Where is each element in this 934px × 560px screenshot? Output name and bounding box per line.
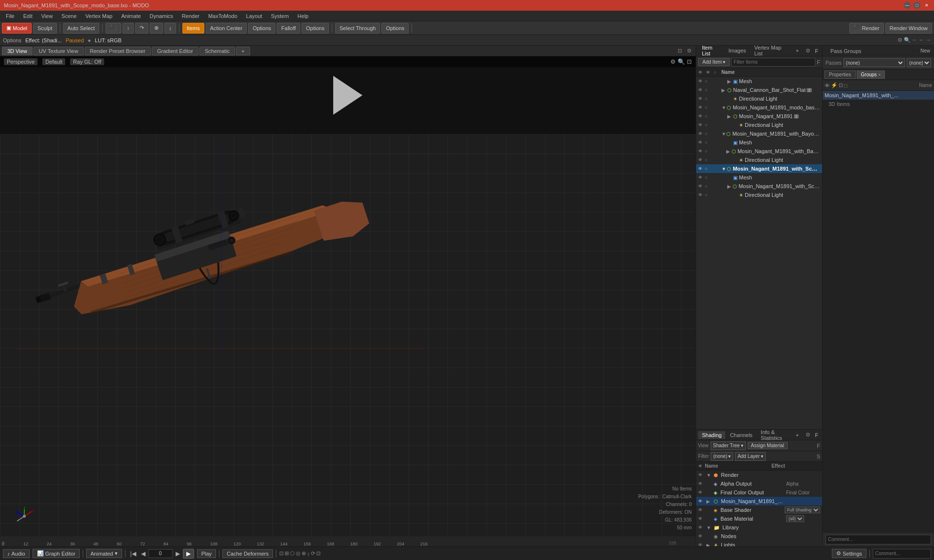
vis5[interactable]: 👁: [698, 96, 705, 101]
menu-scene[interactable]: Scene: [57, 12, 80, 20]
btn-next-frame[interactable]: ▶: [174, 549, 182, 558]
vp-perspective-label[interactable]: Perspective: [4, 58, 37, 65]
vis18[interactable]: ○: [705, 149, 712, 154]
render-window-button[interactable]: Render Window: [885, 23, 932, 34]
sh-item-base-material[interactable]: 👁 ◈ Base Material (all): [696, 514, 822, 523]
menu-dynamics[interactable]: Dynamics: [146, 12, 177, 20]
menu-vertex-map[interactable]: Vertex Map: [82, 12, 117, 20]
sh-vis-mosin[interactable]: 👁: [698, 499, 705, 504]
vis6[interactable]: ○: [705, 96, 712, 101]
vis11[interactable]: 👁: [698, 122, 705, 127]
tab-gradient[interactable]: Gradient Editor: [152, 47, 198, 55]
tree-item-bayonet-mesh[interactable]: 👁 ○ ▣ Mesh: [696, 138, 822, 147]
menu-help[interactable]: Help: [294, 12, 313, 20]
arrow-base[interactable]: ▼: [721, 105, 727, 110]
transport-icon5[interactable]: ⊕: [302, 550, 306, 557]
sh-vis-bs[interactable]: 👁: [698, 508, 705, 512]
vis7[interactable]: 👁: [698, 105, 705, 110]
vp-default-label[interactable]: Default: [42, 58, 65, 65]
tab-channels[interactable]: Channels: [726, 431, 756, 439]
transport-icon2[interactable]: ⊞: [285, 550, 289, 557]
vis24[interactable]: ○: [705, 175, 712, 180]
arrow-naval[interactable]: ▶: [721, 88, 727, 93]
play-label-button[interactable]: Play: [197, 549, 216, 558]
vis3[interactable]: 👁: [698, 88, 705, 92]
vp-settings-icon[interactable]: ⚙: [685, 48, 694, 54]
arrow-bi[interactable]: ▶: [726, 149, 731, 154]
sculpt-button[interactable]: Sculpt: [33, 23, 57, 34]
sh-arrow-render[interactable]: ▼: [706, 472, 712, 478]
animated-button[interactable]: Animated ▾: [86, 549, 122, 558]
item-list-tree[interactable]: 👁 ○ ▶ ▣ Mesh 👁 ○ ▶ ⬡: [696, 77, 822, 429]
tree-item-scope-scene[interactable]: 👁 ○ ▼ ⬡ Mosin_Nagant_M1891_with_Scop ...: [696, 164, 822, 173]
sh-vis-alpha[interactable]: 👁: [698, 481, 705, 486]
auto-select-button[interactable]: Auto Select: [63, 23, 99, 34]
sh-vis-nodes[interactable]: 👁: [698, 534, 705, 539]
tool-move[interactable]: ⬛: [106, 23, 121, 34]
tool-scale[interactable]: ⊕: [150, 23, 163, 34]
arrow-mesh1[interactable]: ▶: [727, 79, 733, 84]
vis10[interactable]: ○: [705, 114, 712, 119]
il-filter-clear[interactable]: F: [817, 59, 820, 65]
fr-groups-icon4[interactable]: □: [844, 83, 847, 88]
tab-groups[interactable]: Groups +: [857, 70, 885, 79]
menu-view[interactable]: View: [37, 12, 57, 20]
transport-icon1[interactable]: ⊡: [279, 550, 284, 557]
viewport-3d[interactable]: Perspective Default Ray GL: Off ⚙ 🔍 ⊡: [0, 56, 696, 536]
items-button[interactable]: Items: [182, 23, 204, 34]
menu-layout[interactable]: Layout: [242, 12, 266, 20]
tree-item-dlight1[interactable]: 👁 ○ ☀ Directional Light: [696, 94, 822, 103]
tree-item-scope-mesh[interactable]: 👁 ○ ▣ Mesh: [696, 173, 822, 182]
tree-item-naval-cannon[interactable]: 👁 ○ ▶ ⬡ Naval_Cannon_Bar_Shot_Flat 2: [696, 86, 822, 94]
vis27[interactable]: 👁: [698, 192, 705, 197]
sh-vis-fc[interactable]: 👁: [698, 490, 705, 495]
select-through-button[interactable]: Select Through: [335, 23, 380, 34]
settings-button[interactable]: ⚙ Settings: [832, 549, 866, 558]
tab-info-stats[interactable]: Info & Statistics: [757, 428, 791, 442]
vis8[interactable]: ○: [705, 105, 712, 110]
sh-settings-icon[interactable]: ⚙: [804, 432, 812, 438]
sh-base-mat-select[interactable]: (all): [786, 515, 804, 522]
vis22[interactable]: ○: [705, 166, 712, 171]
minimize-button[interactable]: —: [904, 2, 911, 9]
fr-groups-icon2[interactable]: ⚡: [831, 82, 838, 88]
tab-sh-add[interactable]: +: [792, 431, 803, 439]
vis14[interactable]: ○: [705, 131, 712, 136]
options2-button[interactable]: Options: [302, 23, 329, 34]
vis2[interactable]: ○: [705, 79, 712, 84]
sh-arrow-lights[interactable]: ▶: [706, 542, 712, 547]
tab-add[interactable]: +: [236, 47, 250, 55]
render-button[interactable]: ⬛ Render: [849, 23, 884, 34]
fr-passes-select2[interactable]: (none): [907, 58, 931, 67]
fr-groups-icon3[interactable]: ⊡: [839, 82, 843, 88]
tree-item-mesh1[interactable]: 👁 ○ ▶ ▣ Mesh: [696, 77, 822, 86]
sh-vis-bm[interactable]: 👁: [698, 516, 705, 521]
action-center-button[interactable]: Action Center: [206, 23, 247, 34]
tree-item-dlight2[interactable]: 👁 ○ ☀ Directional Light: [696, 121, 822, 129]
menu-maxtomodo[interactable]: MaxToModo: [204, 12, 241, 20]
vis1[interactable]: 👁: [698, 79, 705, 84]
vis19[interactable]: 👁: [698, 158, 705, 162]
sh-arrow-lib[interactable]: ▼: [706, 525, 712, 530]
vp-expand-icon[interactable]: ⊡: [676, 48, 684, 54]
sh-vis-lights[interactable]: 👁: [698, 542, 705, 546]
tab-properties[interactable]: Properties: [825, 70, 856, 79]
tree-item-bayonet-scene[interactable]: 👁 ○ ▼ ⬡ Mosin_Nagant_M1891_with_Bayonet_…: [696, 129, 822, 138]
vis12[interactable]: ○: [705, 122, 712, 127]
vp-raygl-label[interactable]: Ray GL: Off: [70, 58, 104, 65]
sh-vis-lib[interactable]: 👁: [698, 525, 705, 530]
vis17[interactable]: 👁: [698, 149, 705, 154]
close-button[interactable]: ✕: [923, 2, 930, 9]
tree-item-dlight3[interactable]: 👁 ○ ☀ Directional Light: [696, 156, 822, 164]
frame-input[interactable]: [148, 549, 173, 558]
tab-vertex-map-list[interactable]: Vertex Map List: [751, 44, 791, 58]
tab-shading[interactable]: Shading: [698, 431, 725, 439]
vis20[interactable]: ○: [705, 158, 712, 162]
fr-tree-item-3d[interactable]: 3D Items: [823, 100, 934, 108]
sh-s-icon[interactable]: S: [817, 454, 820, 459]
vis4[interactable]: ○: [705, 88, 712, 92]
assign-material-button[interactable]: Assign Material: [748, 442, 788, 449]
sh-add-layer-dropdown[interactable]: Add Layer ▾: [735, 452, 766, 461]
cache-deformers-button[interactable]: Cache Deformers: [222, 549, 273, 558]
tool-transform[interactable]: ↕: [164, 23, 176, 34]
